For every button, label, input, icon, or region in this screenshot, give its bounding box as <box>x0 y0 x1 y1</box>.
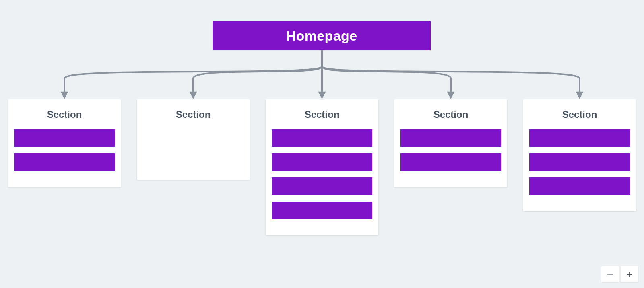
section-title: Section <box>47 109 82 120</box>
section-card-1[interactable]: Section <box>137 99 250 180</box>
root-node-label: Homepage <box>286 28 357 44</box>
subpage-bar[interactable] <box>529 129 630 147</box>
section-card-4[interactable]: Section <box>523 99 636 211</box>
subpage-bar[interactable] <box>529 153 630 171</box>
zoom-controls: − + <box>601 266 638 282</box>
subpage-bar[interactable] <box>14 129 115 147</box>
subpage-bar[interactable] <box>400 153 501 171</box>
minus-icon: − <box>607 268 614 280</box>
section-title: Section <box>305 109 340 120</box>
subpage-bar[interactable] <box>529 177 630 195</box>
section-card-0[interactable]: Section <box>8 99 121 187</box>
subpage-bar[interactable] <box>14 153 115 171</box>
subpage-bar[interactable] <box>272 177 372 195</box>
subpage-bar[interactable] <box>272 153 372 171</box>
root-node-homepage[interactable]: Homepage <box>213 21 431 50</box>
sitemap-canvas[interactable]: Homepage Section Section Section Section… <box>0 0 644 288</box>
connectors-layer <box>0 0 644 105</box>
section-card-3[interactable]: Section <box>394 99 507 187</box>
section-title: Section <box>176 109 211 120</box>
section-title: Section <box>562 109 597 120</box>
subpage-bar[interactable] <box>272 129 372 147</box>
section-card-2[interactable]: Section <box>266 99 378 235</box>
subpage-bar[interactable] <box>272 202 372 219</box>
sections-row: Section Section Section Section Section <box>8 99 636 235</box>
zoom-out-button[interactable]: − <box>601 266 619 282</box>
section-title: Section <box>433 109 469 120</box>
subpage-bar[interactable] <box>400 129 501 147</box>
plus-icon: + <box>627 269 632 279</box>
zoom-in-button[interactable]: + <box>621 266 638 282</box>
